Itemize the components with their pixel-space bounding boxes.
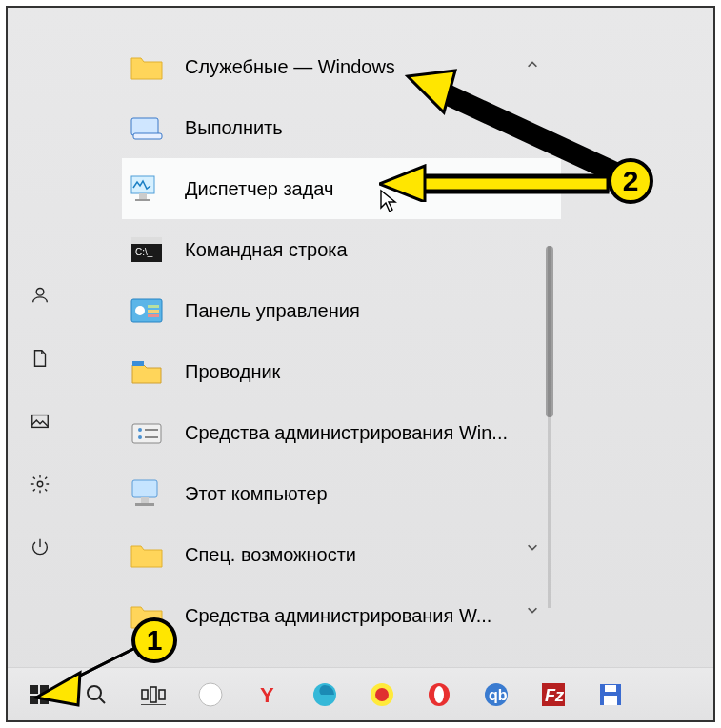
svg-rect-17 [132,424,161,443]
svg-rect-22 [132,480,157,497]
taskbar-app-filezilla[interactable]: Fz [537,678,570,711]
task-manager-icon [130,172,164,206]
app-admin-tools[interactable]: Средства администрирования Win... [122,402,561,463]
app-control-panel[interactable]: Панель управления [122,280,561,341]
svg-rect-24 [135,503,154,506]
folder-icon [130,537,164,572]
svg-rect-4 [133,133,162,139]
svg-rect-46 [605,685,616,692]
this-pc-icon [130,476,164,511]
taskbar-app-qbit[interactable]: qb [480,678,512,711]
annotation-arrow [30,640,145,707]
svg-rect-6 [139,193,147,199]
svg-rect-13 [148,305,159,308]
svg-point-2 [37,481,43,487]
svg-point-0 [36,288,44,295]
power-button[interactable] [17,524,63,570]
svg-marker-52 [36,673,80,705]
taskbar-app-irfan[interactable] [366,678,398,711]
item-label: Диспетчер задач [185,178,333,200]
folder-accessibility[interactable]: Спец. возможности [122,524,561,585]
annotation-arrow [398,61,627,175]
start-left-rail [8,255,72,667]
svg-point-34 [199,683,222,706]
folder-admin-tools[interactable]: Средства администрирования W... [122,585,561,646]
item-label: Спец. возможности [185,544,356,566]
cursor-icon [379,189,398,217]
annotation-arrow [379,164,617,202]
svg-rect-47 [604,696,617,705]
svg-rect-19 [145,429,158,431]
svg-rect-3 [131,118,158,135]
cmd-icon: C:\_ [130,233,164,267]
item-label: Средства администрирования Win... [185,422,508,444]
svg-rect-1 [32,415,49,428]
taskbar-app-opera[interactable] [423,678,455,711]
svg-rect-23 [141,497,149,503]
account-button[interactable] [17,273,63,318]
svg-rect-15 [148,314,159,317]
item-label: Средства администрирования W... [185,605,491,627]
documents-button[interactable] [17,335,63,381]
svg-rect-31 [150,687,156,702]
svg-rect-9 [131,237,162,244]
settings-button[interactable] [17,461,63,507]
svg-rect-32 [159,690,165,699]
svg-rect-14 [148,310,159,313]
svg-point-18 [138,428,142,432]
svg-point-38 [375,688,389,701]
app-explorer[interactable]: Проводник [122,341,561,402]
taskbar-app-yandex[interactable]: Y [251,678,284,711]
item-label: Выполнить [185,117,283,139]
item-label: Проводник [185,361,280,383]
svg-rect-50 [417,177,608,191]
svg-rect-7 [135,199,150,201]
annotation-badge-1: 1 [131,617,177,663]
taskbar-app-edge[interactable] [309,678,341,711]
item-label: Командная строка [185,239,348,261]
app-this-pc[interactable]: Этот компьютер [122,463,561,524]
svg-text:qb: qb [489,687,508,703]
svg-point-12 [135,306,145,315]
control-panel-icon [130,293,164,328]
scrollbar-thumb[interactable] [546,246,553,417]
svg-text:C:\_: C:\_ [135,247,153,257]
svg-rect-16 [132,361,144,366]
annotation-badge-2: 2 [608,158,653,204]
svg-point-20 [138,435,142,439]
taskbar-app-save[interactable] [594,678,627,711]
admin-tools-icon [130,415,164,450]
svg-rect-21 [145,436,158,438]
app-cmd[interactable]: C:\_ Командная строка [122,219,561,280]
item-label: Служебные — Windows [185,56,395,78]
svg-point-40 [434,686,444,703]
explorer-icon [130,354,164,389]
folder-icon [130,50,164,84]
item-label: Этот компьютер [185,483,328,505]
svg-text:Y: Y [260,683,274,707]
item-label: Панель управления [185,300,360,322]
svg-text:Fz: Fz [545,686,565,705]
pictures-button[interactable] [17,398,63,444]
taskbar-app-circle[interactable] [194,678,227,711]
run-icon [130,111,164,145]
